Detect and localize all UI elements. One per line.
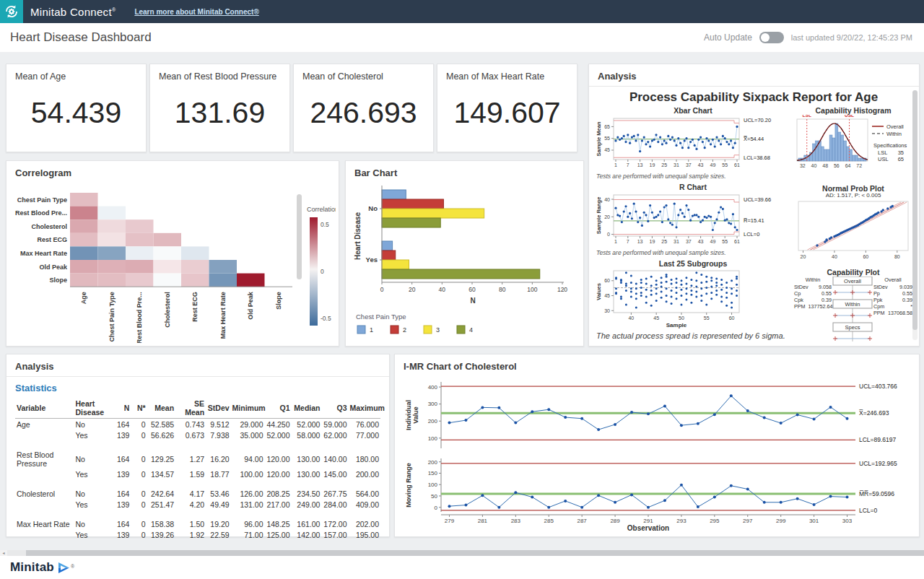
svg-text:Within: Within	[886, 131, 902, 137]
svg-text:31: 31	[674, 239, 679, 244]
kpi-value: 54.439	[6, 82, 146, 152]
svg-text:65: 65	[604, 124, 610, 129]
svg-text:100: 100	[428, 435, 438, 442]
dashboard-body: Mean of Age 54.439 Mean of Rest Blood Pr…	[0, 52, 924, 550]
statistics-link[interactable]: Statistics	[15, 383, 389, 393]
svg-text:291: 291	[643, 518, 653, 524]
scrollbar-thumb[interactable]	[26, 550, 924, 556]
capability-histogram-chart: LSLUSL324048566472OverallWithinSpecifica…	[794, 115, 912, 177]
learn-more-link[interactable]: Learn more about Minitab Connect®	[134, 8, 258, 16]
svg-text:32: 32	[800, 163, 806, 168]
svg-text:0.5: 0.5	[321, 221, 329, 228]
svg-text:1: 1	[370, 326, 373, 334]
svg-text:Moving Range: Moving Range	[405, 463, 412, 508]
svg-text:60: 60	[468, 286, 476, 293]
svg-text:80: 80	[894, 254, 900, 259]
svg-text:0: 0	[321, 268, 324, 275]
capability-plot-boxes: OverallWithinSpecs	[832, 277, 873, 346]
svg-text:LSL: LSL	[878, 149, 887, 156]
sync-gear-icon	[4, 4, 19, 19]
svg-text:19: 19	[650, 239, 655, 244]
svg-text:20: 20	[604, 214, 610, 219]
svg-text:Specs: Specs	[845, 324, 860, 331]
svg-text:45: 45	[653, 315, 659, 321]
page-title: Heart Disease Dashboard	[10, 30, 704, 45]
capability-plot: Within StDev9.058Cp0.55Cpk0.39PPM137752.…	[794, 277, 912, 346]
svg-text:Observation: Observation	[627, 524, 669, 532]
svg-text:35: 35	[898, 149, 904, 156]
svg-text:Correlation: Correlation	[307, 206, 336, 213]
svg-text:0: 0	[607, 232, 610, 237]
svg-text:Yes: Yes	[366, 256, 378, 264]
svg-text:0: 0	[435, 505, 438, 511]
kpi-card-mean-max-heart-rate: Mean of Max Heart Rate 149.607	[437, 64, 578, 152]
panel-title: Bar Chart	[346, 161, 583, 183]
svg-text:200: 200	[428, 459, 438, 466]
svg-text:Values: Values	[596, 283, 602, 300]
panel-title: I-MR Chart of Cholesterol	[395, 354, 919, 376]
svg-text:R̅=15.41: R̅=15.41	[743, 217, 764, 224]
svg-text:61: 61	[734, 162, 740, 167]
brand-name: Minitab Connect®	[30, 6, 116, 18]
correlogram-heatmap: Chest Pain TypeRest Blood Pre...Choleste…	[9, 181, 336, 343]
svg-text:65: 65	[898, 156, 904, 162]
svg-text:40: 40	[832, 254, 837, 259]
svg-text:Value: Value	[412, 406, 419, 424]
svg-text:UCL=39.66: UCL=39.66	[744, 196, 771, 203]
capability-plot-title: Capability Plot	[794, 268, 912, 277]
svg-text:37: 37	[686, 239, 692, 244]
svg-text:20: 20	[409, 286, 416, 293]
svg-text:7: 7	[627, 239, 629, 244]
svg-text:Sample Mean: Sample Mean	[596, 121, 602, 156]
svg-text:49: 49	[710, 239, 716, 244]
panel-scrollbar[interactable]	[912, 90, 918, 340]
svg-text:Old Peak: Old Peak	[247, 291, 254, 320]
six-sigma-note: The actual process spread is represented…	[596, 331, 820, 340]
minitab-connect-logo-icon[interactable]	[0, 0, 23, 23]
svg-text:55: 55	[722, 239, 728, 244]
last-updated-text: last updated 9/20/22, 12:45:23 PM	[791, 33, 912, 42]
svg-text:3: 3	[436, 326, 440, 334]
scrollbar-thumb[interactable]	[912, 90, 918, 330]
svg-text:293: 293	[676, 518, 687, 524]
svg-text:2: 2	[403, 326, 406, 334]
capability-overall-stats: Overall StDev9.039Pp0.55Ppk0.39Cpm*PPM13…	[873, 277, 912, 316]
svg-text:283: 283	[511, 518, 521, 524]
svg-text:N: N	[470, 297, 475, 305]
svg-text:49: 49	[710, 162, 716, 167]
svg-text:281: 281	[478, 518, 488, 524]
svg-text:25: 25	[661, 239, 667, 244]
scroll-left-arrow-icon[interactable]: ◂	[0, 550, 7, 556]
svg-text:X̿=54.44: X̿=54.44	[743, 136, 764, 142]
svg-text:LCL=89.6197: LCL=89.6197	[859, 436, 897, 443]
footer: Minitab ®	[0, 556, 924, 579]
horizontal-scrollbar[interactable]: ◂	[0, 550, 924, 556]
correlogram-panel: Correlogram Chest Pain TypeRest Blood Pr…	[6, 160, 339, 347]
svg-text:200: 200	[428, 418, 438, 425]
svg-text:Sample: Sample	[666, 322, 687, 328]
analysis-sixpack-panel: Analysis Process Capability Sixpack Repo…	[588, 64, 920, 347]
last-25-subgroups-chart: Values3045604045505560Sample	[595, 268, 791, 328]
svg-text:USL: USL	[878, 156, 889, 162]
svg-text:Specifications: Specifications	[873, 142, 907, 149]
svg-text:303: 303	[842, 518, 853, 524]
footer-minitab-brand: Minitab	[10, 560, 54, 575]
auto-update-toggle[interactable]	[759, 32, 784, 43]
heart-disease-bar-chart: NoYes020406080100120NHeart DiseaseChest …	[350, 181, 575, 343]
svg-text:45: 45	[604, 147, 610, 152]
svg-text:289: 289	[610, 518, 620, 524]
svg-text:0: 0	[380, 286, 384, 293]
svg-text:40: 40	[811, 163, 817, 168]
normal-prob-plot-subtitle: AD: 1.517, P: < 0.005	[794, 192, 912, 199]
svg-text:Sample Range: Sample Range	[596, 197, 602, 235]
imr-chart: 100200300400UCL=403.766X̅=246.693LCL=89.…	[401, 378, 915, 532]
svg-text:Heart Disease: Heart Disease	[354, 212, 362, 260]
svg-text:Max Heart Rate: Max Heart Rate	[20, 250, 67, 257]
report-title: Process Capability Sixpack Report for Ag…	[595, 90, 912, 105]
dashboard-header: Heart Disease Dashboard Auto Update last…	[0, 23, 924, 53]
svg-text:Rest Blood Pre...: Rest Blood Pre...	[136, 292, 143, 343]
kpi-card-mean-rest-blood-pressure: Mean of Rest Blood Pressure 131.69	[149, 64, 290, 152]
svg-text:80: 80	[499, 286, 506, 293]
svg-text:LCL=0: LCL=0	[859, 507, 878, 514]
minitab-chevron-logo-icon	[58, 562, 70, 573]
